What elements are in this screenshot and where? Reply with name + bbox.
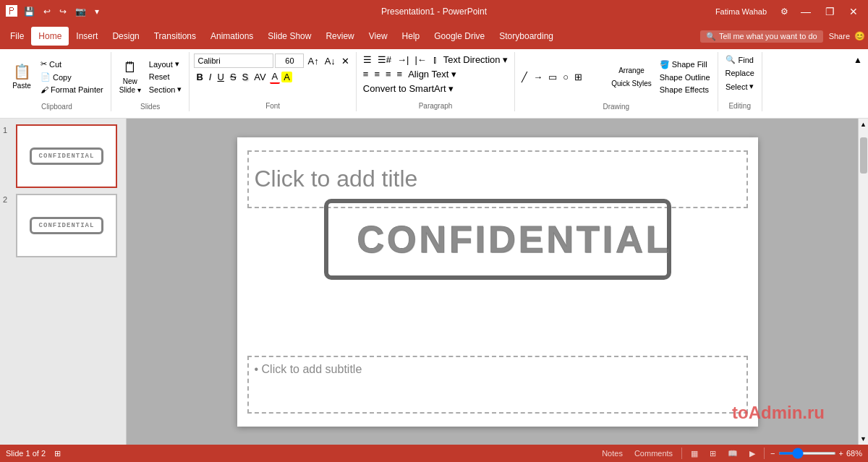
normal-view-btn[interactable]: ▦ — [688, 448, 701, 460]
scrollbar-thumb-v[interactable] — [860, 137, 867, 174]
reset-button[interactable]: Reset — [146, 71, 185, 82]
slide-sorter-btn[interactable]: ⊞ — [707, 448, 719, 460]
undo-btn[interactable]: ↩ — [41, 7, 53, 17]
slide-canvas[interactable]: Click to add title CONFIDENTIAL • Click … — [237, 137, 758, 427]
slideshow-btn[interactable]: ▶ — [746, 448, 758, 460]
menu-googledrive[interactable]: Google Drive — [427, 27, 492, 46]
text-dir-btn[interactable]: Text Direction ▾ — [441, 54, 510, 66]
arrange-button[interactable]: Arrange — [608, 64, 655, 77]
menu-view[interactable]: View — [362, 27, 395, 46]
comments-btn[interactable]: Comments — [631, 448, 676, 459]
char-spacing-btn[interactable]: AV — [252, 71, 268, 83]
replace-label: Replace — [726, 69, 754, 77]
increase-font-btn[interactable]: A↑ — [305, 55, 320, 67]
scrollbar-vertical[interactable]: ▲ ▼ — [858, 119, 868, 445]
decrease-font-btn[interactable]: A↓ — [323, 55, 338, 67]
font-size-input[interactable] — [275, 54, 304, 68]
bold-button[interactable]: B — [194, 71, 205, 83]
oval-tool[interactable]: ○ — [561, 71, 571, 83]
font-row2: B I U S S AV A A — [194, 70, 292, 84]
menu-insert[interactable]: Insert — [69, 27, 105, 46]
underline-button[interactable]: U — [215, 71, 226, 83]
redo-btn[interactable]: ↪ — [57, 7, 69, 17]
copy-button[interactable]: 📄 Copy — [38, 71, 106, 83]
menu-design[interactable]: Design — [105, 27, 146, 46]
slide-thumb-2[interactable]: 2 CONFIDENTIAL — [3, 194, 123, 257]
menu-animations[interactable]: Animations — [203, 27, 260, 46]
layout-button[interactable]: Layout ▾ — [146, 58, 185, 70]
reading-view-btn[interactable]: 📖 — [725, 448, 741, 460]
bullets-btn[interactable]: ☰ — [361, 54, 374, 66]
more-shapes[interactable]: ⊞ — [572, 71, 584, 83]
font-color-btn[interactable]: A — [270, 70, 281, 84]
columns-btn[interactable]: ⫿ — [430, 54, 440, 66]
shape-fill-btn[interactable]: 🪣 Shape Fill — [657, 59, 713, 71]
menu-slideshow[interactable]: Slide Show — [260, 27, 318, 46]
slides-panel[interactable]: 1 CONFIDENTIAL 2 CONFIDENTIAL — [0, 119, 127, 445]
shape-fill-icon: 🪣 — [660, 60, 670, 69]
indent-btn[interactable]: →| — [395, 54, 411, 66]
zoom-in-btn[interactable]: + — [839, 449, 843, 458]
minimize-btn[interactable]: — — [796, 6, 815, 17]
collapse-ribbon-btn[interactable]: ▲ — [854, 55, 862, 65]
fit-page-icon[interactable]: ⊞ — [54, 449, 61, 458]
align-left-btn[interactable]: ≡ — [361, 68, 371, 80]
menu-transitions[interactable]: Transitions — [147, 27, 203, 46]
menu-home[interactable]: Home — [31, 27, 69, 46]
slide-preview-1[interactable]: CONFIDENTIAL — [16, 124, 117, 188]
strikethrough-button[interactable]: S — [228, 71, 239, 83]
highlight-btn[interactable]: A — [281, 72, 292, 82]
slide-thumb-1[interactable]: 1 CONFIDENTIAL — [3, 124, 123, 188]
arrow-tool[interactable]: → — [531, 71, 545, 83]
scroll-up-btn[interactable]: ▲ — [860, 119, 867, 130]
save-btn[interactable]: 💾 — [22, 7, 37, 17]
confidential-stamp-main[interactable]: CONFIDENTIAL — [324, 199, 671, 280]
shape-effects-btn[interactable]: Shape Effects — [657, 84, 713, 95]
settings-icon[interactable]: ⚙ — [778, 7, 791, 17]
slide-preview-2[interactable]: CONFIDENTIAL — [16, 194, 117, 257]
font-label: Font — [265, 99, 280, 110]
qat-dropdown[interactable]: ▾ — [93, 7, 101, 17]
find-button[interactable]: 🔍 Find — [723, 54, 756, 66]
share-btn[interactable]: Share — [829, 32, 850, 40]
outdent-btn[interactable]: |← — [412, 54, 428, 66]
zoom-control[interactable]: − + 68% — [770, 449, 862, 458]
paste-button[interactable]: 📋 Paste — [7, 54, 36, 100]
align-right-btn[interactable]: ≡ — [383, 68, 393, 80]
align-center-btn[interactable]: ≡ — [372, 68, 382, 80]
present-btn[interactable]: 📷 — [73, 7, 88, 17]
replace-button[interactable]: Replace — [723, 67, 757, 79]
font-name-input[interactable] — [194, 54, 273, 68]
search-bar[interactable]: 🔍 Tell me what you want to do — [700, 30, 823, 43]
rect-tool[interactable]: ▭ — [546, 71, 559, 83]
clear-format-btn[interactable]: ✕ — [339, 55, 352, 67]
close-btn[interactable]: ✕ — [845, 6, 862, 17]
menu-storyboarding[interactable]: Storyboarding — [492, 27, 561, 46]
align-text-btn[interactable]: Align Text ▾ — [406, 68, 459, 80]
menu-file[interactable]: File — [3, 27, 31, 46]
cut-button[interactable]: ✂ Cut — [38, 58, 106, 70]
drawing-actions-col: Arrange Quick Styles — [608, 54, 655, 100]
zoom-slider-input[interactable] — [778, 452, 836, 455]
numbering-btn[interactable]: ☰# — [375, 54, 393, 66]
menu-review[interactable]: Review — [318, 27, 361, 46]
justify-btn[interactable]: ≡ — [395, 68, 405, 80]
shadow-button[interactable]: S — [240, 71, 251, 83]
line-tool[interactable]: ╱ — [519, 71, 529, 83]
slide-subtitle-placeholder[interactable]: • Click to add subtitle — [247, 356, 748, 414]
notes-btn[interactable]: Notes — [599, 448, 626, 459]
smartart-btn[interactable]: Convert to SmartArt ▾ — [361, 82, 456, 95]
shape-outline-btn[interactable]: Shape Outline — [657, 72, 713, 83]
quick-styles-button[interactable]: Quick Styles — [608, 77, 655, 90]
select-button[interactable]: Select ▾ — [723, 80, 757, 93]
scroll-down-btn[interactable]: ▼ — [860, 433, 867, 445]
menu-help[interactable]: Help — [395, 27, 427, 46]
format-painter-button[interactable]: 🖌 Format Painter — [38, 84, 106, 95]
italic-button[interactable]: I — [207, 71, 214, 83]
maximize-btn[interactable]: ❐ — [821, 6, 839, 17]
section-button[interactable]: Section ▾ — [146, 83, 185, 95]
zoom-out-btn[interactable]: − — [770, 449, 775, 458]
canvas-area[interactable]: ▲ ▼ Click to add title CONFIDENTIAL • Cl… — [127, 119, 868, 445]
status-right: Notes Comments ▦ ⊞ 📖 ▶ − + 68% — [599, 448, 862, 460]
new-slide-button[interactable]: 🗒 NewSlide ▾ — [116, 54, 145, 100]
